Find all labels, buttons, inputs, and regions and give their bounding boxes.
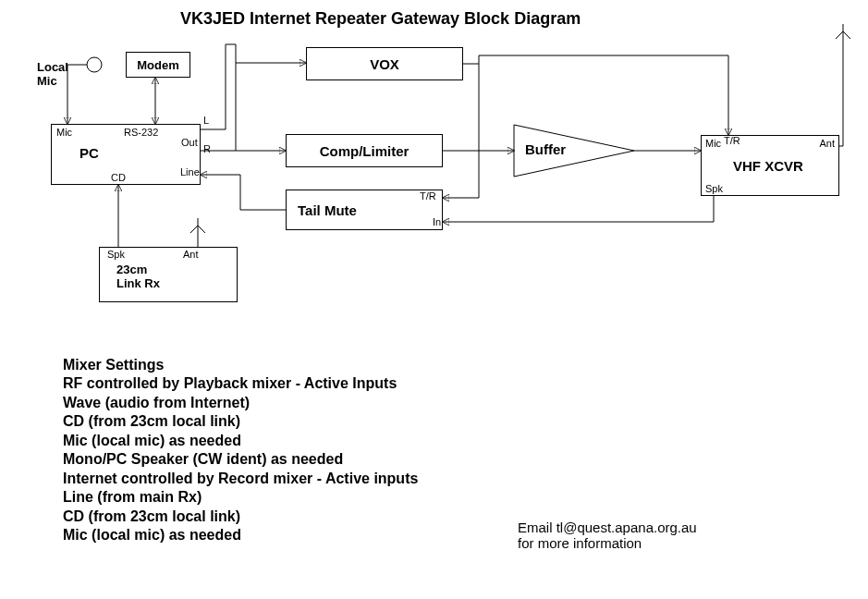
- modem-block: Modem: [126, 52, 190, 78]
- pc-rs232-port: RS-232: [124, 127, 158, 138]
- vhf-xcvr-block: VHF XCVR Mic T/R Ant Spk: [701, 135, 839, 196]
- comp-limiter-block: Comp/Limiter: [286, 134, 443, 167]
- settings-line: Line (from main Rx): [63, 488, 418, 507]
- contact-email: Email tl@quest.apana.org.au: [518, 520, 697, 535]
- tail-mute-tr-port: T/R: [420, 190, 433, 202]
- settings-line: Wave (audio from Internet): [63, 394, 418, 412]
- tail-mute-in-port: In: [433, 216, 441, 227]
- contact-info: Email tl@quest.apana.org.au for more inf…: [518, 520, 697, 551]
- pc-block: PC Mic RS-232 Out CD: [51, 124, 201, 185]
- xcvr-tr-port: T/R: [724, 135, 740, 146]
- tail-mute-label: Tail Mute: [298, 202, 357, 218]
- settings-line: RF controlled by Playback mixer - Active…: [63, 374, 418, 393]
- link-rx-block: 23cm Link Rx Spk Ant: [99, 247, 238, 302]
- mixer-settings-block: Mixer Settings RF controlled by Playback…: [63, 356, 418, 545]
- local-mic-label: Local Mic: [37, 60, 68, 88]
- pc-cd-port: CD: [111, 172, 126, 183]
- buffer-label: Buffer: [525, 141, 566, 157]
- pc-out-port: Out: [181, 137, 198, 148]
- settings-line: Mic (local mic) as needed: [63, 526, 418, 544]
- pc-label: PC: [79, 145, 99, 161]
- svg-point-1: [87, 57, 102, 72]
- pc-r-port: R: [203, 143, 211, 154]
- diagram-title: VK3JED Internet Repeater Gateway Block D…: [180, 9, 581, 29]
- pc-mic-port: Mic: [56, 127, 72, 138]
- settings-heading: Mixer Settings: [63, 356, 418, 374]
- settings-line: Mono/PC Speaker (CW ident) as needed: [63, 450, 418, 469]
- settings-line: Mic (local mic) as needed: [63, 432, 418, 450]
- tail-mute-block: Tail Mute T/R In: [286, 189, 443, 230]
- vhf-xcvr-label: VHF XCVR: [733, 158, 803, 174]
- pc-line-port: Line: [180, 166, 200, 177]
- link-rx-ant-port: Ant: [183, 249, 199, 260]
- settings-line: CD (from 23cm local link): [63, 507, 418, 526]
- vox-block: VOX: [306, 47, 463, 80]
- xcvr-spk-port: Spk: [705, 183, 723, 194]
- vox-label: VOX: [370, 56, 399, 72]
- contact-more: for more information: [518, 535, 697, 551]
- link-rx-spk-port: Spk: [107, 249, 125, 260]
- settings-line: Internet controlled by Record mixer - Ac…: [63, 470, 418, 488]
- buffer-block: Buffer: [514, 125, 634, 177]
- comp-limiter-label: Comp/Limiter: [320, 143, 410, 159]
- xcvr-mic-port: Mic: [705, 138, 721, 149]
- settings-line: CD (from 23cm local link): [63, 412, 418, 431]
- modem-label: Modem: [137, 58, 179, 72]
- xcvr-ant-port: Ant: [819, 138, 835, 149]
- pc-l-port: L: [203, 115, 209, 126]
- link-rx-label: 23cm Link Rx: [116, 263, 160, 290]
